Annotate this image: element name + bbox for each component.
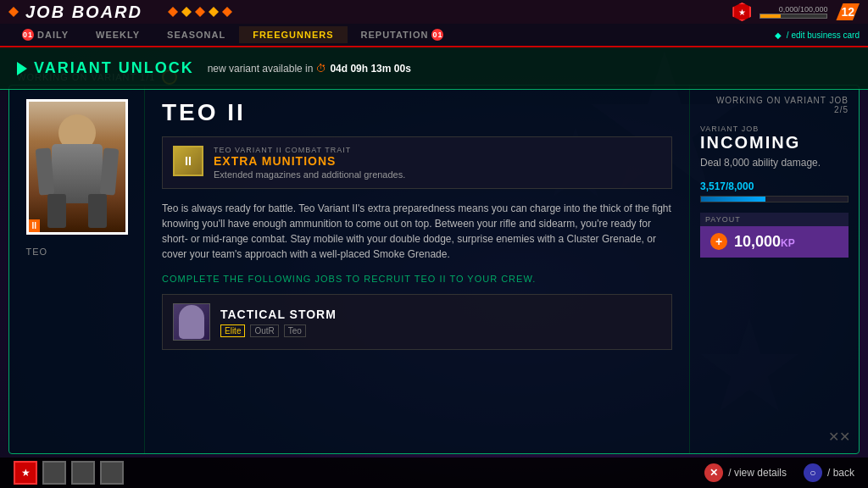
nav-icon-1 bbox=[168, 7, 178, 17]
right-panel: WORKING ON VARIANT JOB 2/5 VARIANT JOB I… bbox=[689, 86, 859, 453]
logo-diamond bbox=[8, 7, 19, 17]
progress-values: 3,517/8,000 bbox=[700, 180, 849, 192]
recruit-text: COMPLETE THE FOLLOWING JOBS TO RECRUIT T… bbox=[162, 274, 672, 284]
reputation-badge: 01 bbox=[431, 29, 443, 41]
payout-icon: + bbox=[710, 233, 727, 250]
payout-label: PAYOUT bbox=[700, 213, 849, 226]
payout-section: PAYOUT + 10,000KP bbox=[700, 213, 849, 258]
trait-box: II TEO VARIANT II COMBAT TRAIT EXTRA MUN… bbox=[162, 136, 672, 189]
tab-freegunners-label: FREEGUNNERS bbox=[253, 30, 333, 40]
app-title: JOB BOARD bbox=[25, 3, 142, 22]
center-panel: TEO II II TEO VARIANT II COMBAT TRAIT EX… bbox=[145, 86, 689, 453]
trait-icon: II bbox=[173, 146, 203, 176]
tab-reputation[interactable]: REPUTATION 01 bbox=[348, 25, 458, 44]
progress-bar bbox=[700, 196, 849, 202]
nav-icon-3 bbox=[195, 7, 205, 17]
variant-job-description: Deal 8,000 ability damage. bbox=[700, 156, 849, 170]
payout-amount: 10,000KP bbox=[734, 233, 795, 251]
char-card-name: TEO bbox=[26, 247, 48, 257]
back-button[interactable]: ○ bbox=[804, 463, 822, 482]
payout-value: + 10,000KP bbox=[700, 226, 849, 258]
char-title: TEO II bbox=[162, 99, 672, 126]
tag-elite: Elite bbox=[220, 324, 245, 337]
tag-outr: OutR bbox=[250, 324, 278, 337]
bottom-bar: ★ ✕ / view details ○ / back bbox=[0, 458, 868, 488]
trait-subtitle: TEO VARIANT II COMBAT TRAIT bbox=[214, 146, 661, 154]
tab-weekly-label: WEEKLY bbox=[96, 30, 140, 40]
view-details-label: / view details bbox=[728, 467, 787, 479]
tab-freegunners[interactable]: FREEGUNNERS bbox=[239, 26, 347, 43]
daily-badge: 01 bbox=[22, 29, 34, 41]
trait-name: EXTRA MUNITIONS bbox=[214, 154, 661, 168]
bottom-left-icons: ★ bbox=[14, 461, 124, 485]
xp-text: 0,000/100,000 bbox=[779, 5, 828, 14]
char-card-image bbox=[29, 102, 125, 232]
bottom-icon-red: ★ bbox=[14, 461, 37, 485]
profile-icon[interactable]: ★ bbox=[732, 3, 751, 21]
variant-title: VARIANT UNLOCK bbox=[17, 59, 194, 77]
variant-job-type-label: VARIANT JOB bbox=[700, 125, 849, 133]
char-close-icon: ✕✕ bbox=[828, 429, 850, 445]
back-action[interactable]: ○ / back bbox=[804, 463, 854, 482]
tab-daily[interactable]: 01 DAILY bbox=[8, 25, 82, 44]
mission-image bbox=[173, 303, 210, 341]
back-label: / back bbox=[827, 467, 854, 479]
main-content: II TEO ✕✕ TEO II II TEO VARIANT II COMBA… bbox=[8, 85, 860, 454]
mission-info: TACTICAL STORM Elite OutR Teo bbox=[220, 308, 661, 337]
mission-name: TACTICAL STORM bbox=[220, 308, 661, 321]
timer-label: new variant available in bbox=[208, 63, 314, 75]
tab-seasonal[interactable]: SEASONAL bbox=[153, 26, 239, 43]
char-panel: II TEO ✕✕ bbox=[9, 86, 145, 453]
variant-job-title: INCOMING bbox=[700, 133, 849, 152]
tab-weekly[interactable]: WEEKLY bbox=[82, 26, 153, 43]
view-details-button[interactable]: ✕ bbox=[704, 463, 723, 482]
mission-card[interactable]: TACTICAL STORM Elite OutR Teo bbox=[162, 294, 672, 350]
nav-icon-4 bbox=[209, 7, 219, 17]
progress-fill bbox=[701, 197, 765, 202]
nav-icon-5 bbox=[222, 7, 232, 17]
logo-area: JOB BOARD bbox=[0, 3, 151, 22]
variant-banner: VARIANT UNLOCK new variant available in … bbox=[0, 47, 868, 90]
char-lore: Teo is always ready for battle. Teo Vari… bbox=[162, 201, 672, 262]
nav-tabs: 01 DAILY WEEKLY SEASONAL FREEGUNNERS REP… bbox=[0, 24, 868, 47]
trait-info: TEO VARIANT II COMBAT TRAIT EXTRA MUNITI… bbox=[214, 146, 661, 180]
variant-timer: new variant available in ⏱ 04d 09h 13m 0… bbox=[208, 63, 411, 75]
tab-reputation-label: REPUTATION bbox=[361, 30, 429, 40]
payout-currency: KP bbox=[781, 237, 795, 249]
bottom-icon-gray-1 bbox=[42, 461, 66, 485]
char-card: II bbox=[26, 99, 128, 235]
mission-tags: Elite OutR Teo bbox=[220, 324, 661, 337]
level-badge: 12 bbox=[836, 3, 860, 20]
tag-teo: Teo bbox=[284, 324, 306, 337]
xp-fill bbox=[760, 14, 780, 18]
mission-person-icon bbox=[179, 305, 204, 339]
progress-container: 3,517/8,000 bbox=[700, 180, 849, 202]
view-details-action[interactable]: ✕ / view details bbox=[704, 463, 787, 482]
top-nav-icons bbox=[159, 7, 241, 17]
currency-icon: ◆ bbox=[775, 30, 782, 40]
tab-seasonal-label: SEASONAL bbox=[167, 30, 225, 40]
char-level-badge: II bbox=[29, 219, 41, 232]
xp-container: 0,000/100,000 bbox=[760, 5, 827, 19]
trait-description: Extended magazines and additional grenad… bbox=[214, 169, 661, 180]
top-right: ★ 0,000/100,000 12 bbox=[732, 3, 868, 21]
working-variant-job-label: WORKING ON VARIANT JOB 2/5 bbox=[700, 96, 849, 114]
top-bar: JOB BOARD ★ 0,000/100,000 12 bbox=[0, 0, 868, 24]
bottom-red-icon-glyph: ★ bbox=[21, 467, 31, 479]
nav-right: ◆ / edit business card bbox=[775, 30, 860, 40]
nav-icon-2 bbox=[181, 7, 192, 17]
timer-value: 04d 09h 13m 00s bbox=[330, 63, 410, 75]
edit-card-btn[interactable]: / edit business card bbox=[787, 30, 860, 40]
bottom-right-actions: ✕ / view details ○ / back bbox=[704, 463, 854, 482]
tab-daily-label: DAILY bbox=[37, 30, 69, 40]
xp-bar bbox=[760, 14, 827, 19]
bottom-icon-gray-3 bbox=[100, 461, 124, 485]
bottom-icon-gray-2 bbox=[71, 461, 95, 485]
